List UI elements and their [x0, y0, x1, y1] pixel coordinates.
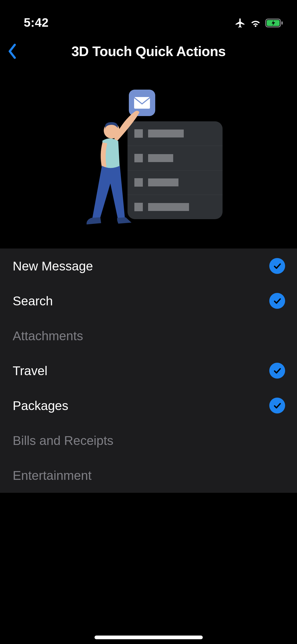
option-label: Bills and Receipts — [13, 433, 114, 448]
back-button[interactable] — [5, 41, 18, 62]
svg-rect-2 — [281, 21, 283, 25]
status-time: 5:42 — [12, 15, 49, 30]
status-icons — [235, 17, 285, 30]
options-list: New Message Search Attachments Travel Pa… — [0, 249, 297, 493]
checkmark-icon — [269, 363, 285, 379]
option-label: Search — [13, 294, 53, 308]
option-row-attachments[interactable]: Attachments — [0, 318, 297, 353]
option-label: New Message — [13, 259, 93, 273]
option-label: Attachments — [13, 329, 83, 343]
option-label: Packages — [13, 398, 68, 413]
battery-charging-icon — [265, 19, 284, 29]
status-bar: 5:42 — [0, 0, 297, 34]
illustration-holder — [72, 90, 225, 227]
illustration-person — [71, 102, 150, 228]
checkmark-icon — [269, 398, 285, 413]
option-row-search[interactable]: Search — [0, 283, 297, 318]
airplane-icon — [235, 17, 246, 30]
option-row-packages[interactable]: Packages — [0, 388, 297, 423]
checkmark-icon — [269, 293, 285, 309]
option-label: Entertainment — [13, 468, 92, 483]
option-row-entertainment[interactable]: Entertainment — [0, 458, 297, 493]
illustration-section — [0, 68, 297, 249]
wifi-icon — [250, 18, 261, 29]
home-indicator[interactable] — [95, 636, 203, 639]
option-row-bills-receipts[interactable]: Bills and Receipts — [0, 423, 297, 458]
option-row-new-message[interactable]: New Message — [0, 249, 297, 283]
checkmark-icon — [269, 258, 285, 274]
nav-bar: 3D Touch Quick Actions — [0, 34, 297, 68]
page-title: 3D Touch Quick Actions — [5, 43, 292, 59]
option-label: Travel — [13, 364, 48, 378]
chevron-left-icon — [7, 43, 16, 59]
option-row-travel[interactable]: Travel — [0, 353, 297, 388]
